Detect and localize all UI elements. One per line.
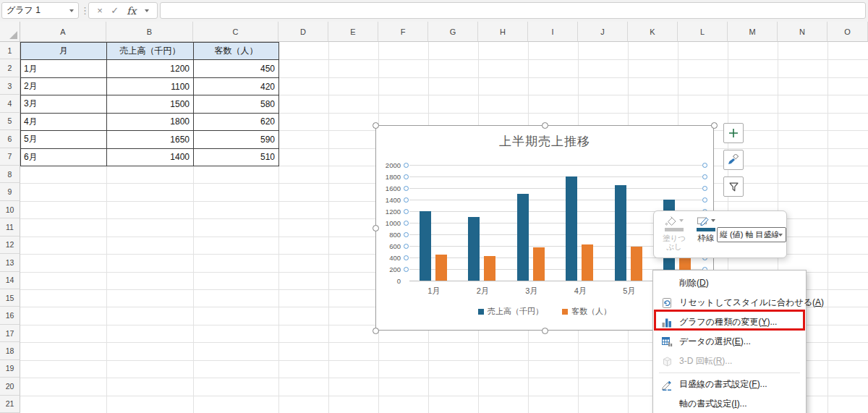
row-header-8[interactable]: 8: [0, 166, 20, 183]
data-table[interactable]: 月売上高（千円）客数（人）1月12004502月11004203月1500580…: [20, 42, 279, 166]
menu-item-delete[interactable]: 削除(D): [653, 273, 806, 293]
chart-bar[interactable]: [420, 211, 431, 281]
chart-bar[interactable]: [631, 247, 642, 281]
outline-chevron-icon[interactable]: [711, 219, 715, 222]
chart-bar[interactable]: [582, 244, 593, 281]
table-cell[interactable]: 420: [194, 78, 279, 95]
table-cell[interactable]: 2月: [21, 78, 107, 95]
row-header-10[interactable]: 10: [0, 201, 20, 218]
row-header-2[interactable]: 2: [0, 59, 20, 77]
chart-bar[interactable]: [517, 194, 529, 281]
table-cell[interactable]: 1800: [107, 114, 194, 131]
formula-bar-input[interactable]: [160, 2, 866, 19]
column-header-G[interactable]: G: [428, 22, 478, 42]
row-header-3[interactable]: 3: [0, 77, 20, 95]
column-header-C[interactable]: C: [193, 22, 278, 42]
chart-resize-handle[interactable]: [373, 122, 379, 129]
table-cell[interactable]: 5月: [21, 131, 107, 148]
chart-resize-handle[interactable]: [373, 225, 379, 231]
table-cell[interactable]: 6月: [21, 149, 107, 166]
chart-gridline[interactable]: [409, 200, 702, 200]
table-cell[interactable]: 510: [194, 149, 279, 166]
table-cell[interactable]: 1400: [107, 149, 194, 166]
table-cell[interactable]: 1月: [21, 60, 107, 77]
row-header-9[interactable]: 9: [0, 183, 20, 200]
chart-gridline[interactable]: [409, 188, 702, 189]
table-cell[interactable]: 1200: [107, 60, 194, 77]
outline-color-button[interactable]: 枠線: [692, 214, 720, 242]
chart-gridline[interactable]: [409, 165, 702, 166]
row-header-14[interactable]: 14: [0, 272, 20, 289]
name-box-chevron-icon[interactable]: [69, 9, 74, 12]
table-cell[interactable]: 620: [194, 114, 279, 131]
table-cell[interactable]: 1100: [107, 78, 194, 95]
column-header-L[interactable]: L: [678, 22, 728, 42]
chart-resize-handle[interactable]: [542, 122, 548, 129]
menu-item-format-axis[interactable]: 軸の書式設定(I)...: [653, 394, 806, 413]
row-header-12[interactable]: 12: [0, 237, 20, 254]
row-header-7[interactable]: 7: [0, 148, 20, 166]
chart-resize-handle[interactable]: [373, 328, 379, 334]
column-header-B[interactable]: B: [106, 22, 193, 42]
chart-resize-handle[interactable]: [542, 328, 548, 334]
chart-bar[interactable]: [615, 185, 626, 281]
chart-bar[interactable]: [566, 176, 577, 281]
column-header-M[interactable]: M: [728, 22, 778, 42]
chart-bar[interactable]: [435, 255, 447, 281]
table-header-cell[interactable]: 売上高（千円）: [107, 43, 194, 60]
menu-item-format-gridlines[interactable]: 目盛線の書式設定(F)...: [653, 375, 806, 394]
chart-bar[interactable]: [468, 217, 480, 281]
row-header-15[interactable]: 15: [0, 289, 20, 307]
column-header-K[interactable]: K: [628, 22, 678, 42]
row-header-13[interactable]: 13: [0, 254, 20, 271]
chart-gridline[interactable]: [409, 176, 702, 177]
row-header-1[interactable]: 1: [0, 42, 20, 59]
table-cell[interactable]: 590: [194, 131, 279, 148]
column-header-H[interactable]: H: [478, 22, 528, 42]
table-header-cell[interactable]: 月: [21, 43, 107, 60]
column-header-E[interactable]: E: [328, 22, 378, 42]
table-cell[interactable]: 450: [194, 60, 279, 77]
row-header-11[interactable]: 11: [0, 218, 20, 236]
row-header-5[interactable]: 5: [0, 113, 20, 130]
select-all-button[interactable]: [0, 22, 20, 42]
name-box[interactable]: グラフ 1: [1, 2, 79, 19]
chart-resize-handle[interactable]: [711, 122, 718, 129]
row-header-16[interactable]: 16: [0, 307, 20, 324]
cancel-icon[interactable]: ×: [97, 5, 103, 16]
legend-item-customers[interactable]: 客数（人）: [562, 306, 611, 317]
chart-bar[interactable]: [484, 256, 495, 281]
legend-item-sales[interactable]: 売上高（千円）: [478, 306, 543, 317]
row-header-6[interactable]: 6: [0, 130, 20, 148]
table-cell[interactable]: 4月: [21, 114, 107, 131]
chart-bar[interactable]: [533, 247, 545, 281]
table-header-cell[interactable]: 客数（人）: [194, 43, 279, 60]
chart-styles-brush-button[interactable]: [723, 150, 744, 170]
row-header-17[interactable]: 17: [0, 325, 20, 342]
row-header-4[interactable]: 4: [0, 95, 20, 112]
table-cell[interactable]: 580: [194, 95, 279, 113]
table-cell[interactable]: 3月: [21, 95, 107, 113]
table-cell[interactable]: 1650: [107, 131, 194, 148]
chart-title[interactable]: 上半期売上推移: [376, 133, 713, 150]
menu-item-select-data[interactable]: データの選択(E)...: [653, 332, 806, 352]
column-header-F[interactable]: F: [378, 22, 428, 42]
column-header-D[interactable]: D: [278, 22, 328, 42]
selector-chevron-icon[interactable]: [778, 234, 783, 237]
column-header-A[interactable]: A: [20, 22, 106, 42]
chart-element-selector[interactable]: 縦 (値) 軸 目盛線: [717, 227, 786, 242]
row-header-21[interactable]: 21: [0, 396, 20, 413]
enter-icon[interactable]: ✓: [111, 5, 119, 16]
column-header-N[interactable]: N: [778, 22, 827, 42]
row-header-20[interactable]: 20: [0, 378, 20, 395]
table-cell[interactable]: 1500: [107, 95, 194, 113]
row-header-19[interactable]: 19: [0, 360, 20, 378]
row-header-18[interactable]: 18: [0, 342, 20, 359]
fx-chevron-icon[interactable]: [145, 9, 149, 12]
column-header-I[interactable]: I: [528, 22, 578, 42]
chart-elements-plus-button[interactable]: [723, 123, 744, 143]
chart-filters-funnel-button[interactable]: [723, 176, 744, 197]
insert-function-icon[interactable]: fx: [127, 5, 136, 17]
column-header-J[interactable]: J: [578, 22, 628, 42]
column-header-O[interactable]: O: [827, 22, 868, 42]
